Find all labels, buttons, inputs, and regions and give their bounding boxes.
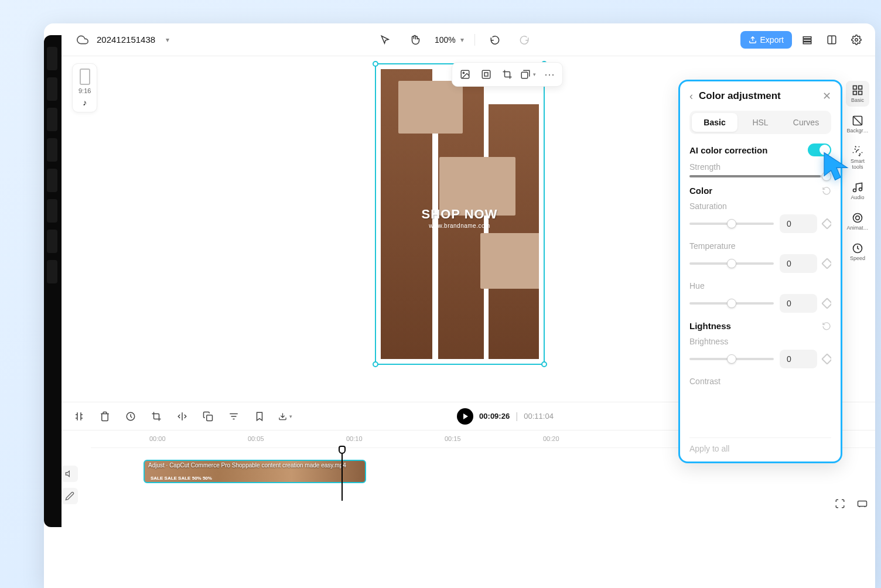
fullscreen-icon[interactable] bbox=[832, 495, 848, 512]
close-icon[interactable]: ✕ bbox=[822, 90, 831, 102]
copy-icon[interactable] bbox=[201, 409, 215, 423]
audio-icon bbox=[852, 182, 863, 193]
cloud-icon[interactable] bbox=[77, 34, 88, 46]
freeze-icon[interactable] bbox=[252, 409, 267, 423]
brightness-slider[interactable] bbox=[689, 358, 774, 360]
temperature-slider[interactable] bbox=[689, 262, 774, 265]
canvas-content: SHOP NOW www.brandname.com bbox=[381, 69, 539, 359]
hue-value[interactable]: 0 bbox=[780, 294, 817, 313]
export-button[interactable]: Export bbox=[740, 31, 792, 49]
topbar: 202412151438 ▾ 100%▾ Export bbox=[44, 23, 875, 56]
reset-icon[interactable] bbox=[822, 322, 831, 331]
keyframe-icon[interactable] bbox=[821, 353, 831, 365]
zoom-level[interactable]: 100%▾ bbox=[435, 35, 464, 45]
video-clip[interactable]: Adjust · CapCut Commerce Pro Shoppable c… bbox=[144, 460, 366, 483]
svg-rect-21 bbox=[858, 501, 867, 507]
svg-point-5 bbox=[855, 38, 858, 41]
svg-rect-0 bbox=[803, 36, 811, 38]
svg-point-19 bbox=[856, 216, 860, 220]
svg-rect-8 bbox=[482, 70, 490, 78]
play-button[interactable] bbox=[457, 408, 473, 425]
mute-track-icon[interactable] bbox=[62, 466, 78, 482]
keyframe-icon[interactable] bbox=[821, 258, 831, 269]
delete-icon[interactable] bbox=[98, 409, 112, 423]
layer-icon[interactable]: ▾ bbox=[520, 66, 537, 83]
temperature-value[interactable]: 0 bbox=[780, 254, 817, 273]
svg-point-18 bbox=[853, 214, 862, 223]
clip-sale-overlay: SALE SALE SALE 50% 50% bbox=[151, 476, 212, 481]
ruler-mark: 00:10 bbox=[346, 435, 363, 442]
strength-label: Strength bbox=[689, 162, 831, 172]
apply-to-all-button[interactable]: Apply to all bbox=[689, 437, 831, 453]
ruler-mark: 00:00 bbox=[149, 435, 166, 442]
timecode-current: 00:09:26 bbox=[479, 412, 510, 421]
layout-icon[interactable] bbox=[798, 30, 817, 49]
resize-handle[interactable] bbox=[373, 361, 378, 367]
hue-slider[interactable] bbox=[689, 302, 774, 305]
replace-media-icon[interactable] bbox=[457, 66, 473, 83]
settings-icon[interactable] bbox=[847, 30, 866, 49]
download-icon[interactable]: ▾ bbox=[278, 409, 292, 423]
temperature-label: Temperature bbox=[689, 241, 831, 251]
reverse-icon[interactable] bbox=[124, 409, 138, 423]
fit-timeline-icon[interactable] bbox=[854, 495, 870, 512]
panel-back-icon[interactable]: ‹ bbox=[689, 90, 693, 102]
speed-icon bbox=[852, 242, 863, 254]
strength-slider[interactable] bbox=[689, 175, 831, 177]
timecode-total: 00:11:04 bbox=[524, 412, 554, 421]
tab-hsl[interactable]: HSL bbox=[737, 113, 783, 132]
edit-track-icon[interactable] bbox=[62, 488, 78, 504]
panel-toggle-icon[interactable] bbox=[822, 30, 841, 49]
fit-icon[interactable] bbox=[478, 66, 494, 83]
tab-basic[interactable]: Basic bbox=[692, 113, 737, 132]
svg-rect-14 bbox=[859, 86, 862, 90]
timeline-right-controls bbox=[832, 495, 870, 512]
svg-rect-9 bbox=[484, 73, 488, 76]
panel-title: Color adjustment bbox=[699, 90, 817, 102]
split-icon[interactable] bbox=[72, 409, 86, 423]
color-section-title: Color bbox=[689, 186, 712, 196]
more-icon[interactable]: ⋯ bbox=[541, 66, 558, 83]
ruler-mark: 00:05 bbox=[248, 435, 264, 442]
ratio-icon bbox=[80, 69, 90, 85]
rail-label: Animat… bbox=[846, 225, 869, 231]
keyframe-icon[interactable] bbox=[821, 298, 831, 309]
brightness-value[interactable]: 0 bbox=[780, 350, 817, 368]
reset-icon[interactable] bbox=[822, 186, 831, 196]
rail-background[interactable]: Backgr… bbox=[846, 111, 869, 137]
saturation-slider[interactable] bbox=[689, 223, 774, 225]
clip-label: Adjust · CapCut Commerce Pro Shoppable c… bbox=[148, 462, 346, 469]
undo-button[interactable] bbox=[486, 30, 504, 49]
sort-icon[interactable] bbox=[227, 409, 241, 423]
resize-handle[interactable] bbox=[373, 61, 378, 67]
export-label: Export bbox=[760, 35, 784, 45]
svg-rect-1 bbox=[803, 39, 811, 41]
resize-handle[interactable] bbox=[541, 361, 547, 367]
crop-icon[interactable] bbox=[499, 66, 515, 83]
rail-speed[interactable]: Speed bbox=[846, 239, 869, 265]
canvas-url: www.brandname.com bbox=[381, 223, 539, 229]
video-canvas[interactable]: SHOP NOW www.brandname.com bbox=[375, 63, 545, 365]
mirror-icon[interactable] bbox=[175, 409, 189, 423]
aspect-ratio-badge[interactable]: 9:16 ♪ bbox=[72, 63, 97, 112]
rail-basic[interactable]: Basic bbox=[846, 81, 869, 107]
saturation-value[interactable]: 0 bbox=[780, 214, 817, 233]
rail-label: Audio bbox=[846, 194, 869, 200]
project-name[interactable]: 202412151438 bbox=[97, 35, 155, 45]
ruler-mark: 00:15 bbox=[445, 435, 461, 442]
playhead[interactable] bbox=[342, 448, 343, 501]
svg-rect-15 bbox=[853, 91, 857, 95]
tutorial-cursor-icon bbox=[820, 150, 853, 183]
rail-label: Speed bbox=[846, 255, 869, 261]
divider bbox=[474, 34, 475, 46]
hand-tool[interactable] bbox=[405, 30, 424, 49]
crop-timeline-icon[interactable] bbox=[149, 409, 163, 423]
redo-button bbox=[515, 30, 534, 49]
svg-rect-13 bbox=[853, 86, 857, 90]
rail-animation[interactable]: Animat… bbox=[846, 208, 869, 234]
hue-label: Hue bbox=[689, 281, 831, 290]
pointer-tool[interactable] bbox=[376, 30, 395, 49]
tab-curves[interactable]: Curves bbox=[783, 113, 829, 132]
lightness-section-title: Lightness bbox=[689, 321, 731, 331]
keyframe-icon[interactable] bbox=[821, 218, 831, 230]
